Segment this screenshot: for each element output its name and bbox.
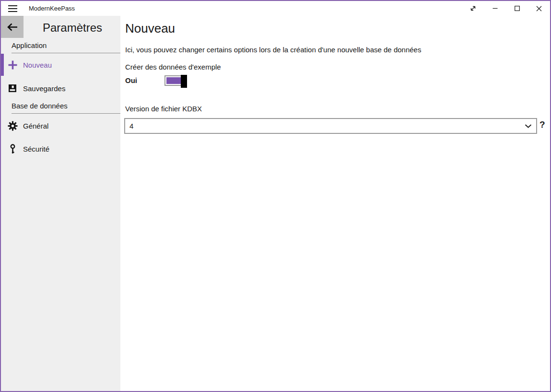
app-title: ModernKeePass	[29, 5, 75, 12]
minimize-icon	[492, 6, 498, 11]
key-icon	[7, 143, 18, 154]
gear-icon	[7, 120, 18, 131]
fullscreen-button[interactable]	[462, 1, 484, 16]
hamburger-menu-button[interactable]	[1, 1, 24, 16]
save-icon	[7, 83, 18, 94]
maximize-icon	[515, 6, 520, 11]
toggle-thumb	[181, 75, 187, 88]
chevron-down-icon	[525, 124, 532, 128]
section-label-base-de-donnees: Base de données	[12, 102, 120, 114]
window-controls	[462, 1, 550, 16]
sidebar-item-label: Nouveau	[23, 61, 52, 69]
sample-data-toggle-switch[interactable]	[164, 75, 187, 86]
section-label-application: Application	[12, 41, 120, 53]
page-description: Ici, vous pouvez changer certains option…	[125, 46, 421, 54]
page-title: Nouveau	[125, 21, 175, 36]
close-button[interactable]	[528, 1, 550, 16]
hamburger-icon	[8, 5, 17, 12]
sidebar-item-nouveau[interactable]: Nouveau	[1, 54, 120, 76]
settings-content: Nouveau Ici, vous pouvez changer certain…	[120, 16, 550, 391]
settings-pane-title: Paramètres	[43, 21, 102, 35]
sample-data-toggle-state: Oui	[125, 76, 137, 84]
titlebar: ModernKeePass	[1, 1, 550, 16]
back-button[interactable]	[1, 16, 23, 38]
kdbx-version-label: Version de fichier KDBX	[125, 105, 202, 113]
sidebar-item-label: Sécurité	[23, 145, 49, 153]
kdbx-version-value: 4	[129, 122, 133, 130]
sidebar-item-label: Sauvegardes	[23, 84, 65, 93]
sample-data-toggle-label: Créer des données d'exemple	[125, 63, 221, 71]
kdbx-version-dropdown[interactable]: 4	[124, 118, 537, 134]
plus-icon	[7, 59, 18, 70]
maximize-button[interactable]	[506, 1, 528, 16]
diagonal-resize-icon	[470, 5, 476, 12]
back-arrow-icon	[7, 23, 18, 31]
sidebar-item-label: Général	[23, 122, 48, 130]
app-body: Paramètres Application Nouveau Sauvegard…	[1, 16, 550, 391]
kdbx-help-button[interactable]: ?	[539, 119, 545, 130]
close-icon	[536, 6, 542, 12]
sidebar-item-securite[interactable]: Sécurité	[1, 138, 120, 160]
app-window: ModernKeePass Paramètres Application	[0, 0, 551, 392]
sidebar-item-general[interactable]: Général	[1, 115, 120, 137]
settings-sidebar: Paramètres Application Nouveau Sauvegard…	[1, 16, 120, 391]
minimize-button[interactable]	[484, 1, 506, 16]
selection-indicator	[1, 54, 4, 76]
sidebar-item-sauvegardes[interactable]: Sauvegardes	[1, 77, 120, 99]
